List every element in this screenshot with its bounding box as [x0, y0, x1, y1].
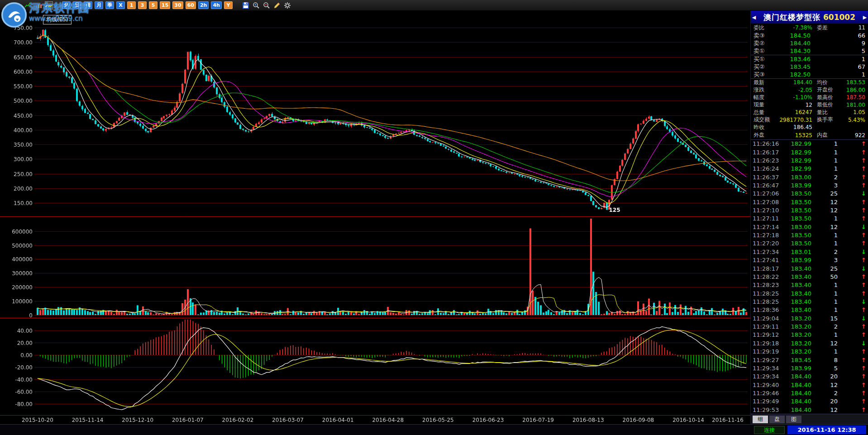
toolbar-tooltip: 均线(E5) [43, 15, 72, 24]
tick-price: 184.40 [783, 390, 811, 397]
bid-row[interactable]: 买③182.501 [751, 71, 868, 78]
line-chart-icon[interactable] [24, 1, 32, 10]
period-button-custom[interactable]: X [116, 1, 125, 9]
ma-lines-icon[interactable] [45, 1, 53, 10]
tick-up-arrow-icon: ↑ [838, 290, 866, 297]
stat-value: 16247 [776, 109, 812, 115]
tick-up-arrow-icon: ↑ [838, 157, 866, 164]
tick-up-arrow-icon: ↑ [838, 390, 866, 397]
period-button-day[interactable]: 日 [73, 1, 81, 9]
tick-time: 11:26:24 [753, 165, 783, 172]
tick-price: 183.50 [783, 240, 811, 247]
edit-icon[interactable] [273, 1, 281, 10]
tick-price: 182.99 [783, 157, 811, 164]
stat-row: 昨收186.45 [751, 124, 868, 131]
period-button-5min[interactable]: 5 [149, 1, 157, 9]
tick-price: 183.40 [783, 282, 811, 288]
tick-volume: 1 [811, 298, 838, 305]
tick-time: 11:28:25 [753, 290, 783, 297]
toolbar-chart-type-icons [14, 1, 53, 10]
period-button-month[interactable]: 月 [95, 1, 103, 9]
tick-row: 11:27:10183.5012↑ [751, 206, 868, 214]
stock-name: 澳门红楼梦型张 [763, 12, 820, 23]
ask-row[interactable]: 卖①184.305 [751, 47, 868, 55]
next-stock-arrow[interactable]: ▶ [862, 14, 868, 20]
tick-volume: 1 [811, 157, 838, 164]
period-button-30min[interactable]: 30 [172, 1, 183, 9]
stat-value: 2981770.31 [776, 117, 812, 123]
tick-row: 11:29:34183.995↑ [751, 364, 868, 372]
tick-volume: 1 [811, 331, 838, 338]
tick-price: 183.40 [783, 298, 811, 305]
toolbar: 分日周月季X1351530602h4hY [0, 0, 868, 11]
ask-price: 184.30 [772, 48, 811, 54]
tick-up-arrow-icon: ↑ [838, 165, 866, 172]
tick-trade-list[interactable]: 11:26:16182.991↑11:26:17182.991↑11:26:23… [751, 140, 868, 414]
tick-time: 11:27:08 [753, 199, 783, 206]
toolbar-tool-icons [242, 1, 291, 10]
tick-volume: 1 [811, 215, 838, 222]
period-button-1min[interactable]: 1 [127, 1, 136, 9]
tick-volume: 1 [811, 149, 838, 156]
candlestick-chart-icon[interactable] [14, 1, 22, 10]
tick-price: 183.20 [783, 340, 811, 347]
period-button-minute[interactable]: 分 [62, 1, 71, 9]
save-icon[interactable] [242, 1, 250, 10]
tick-volume: 12 [811, 340, 838, 347]
period-button-year[interactable]: Y [224, 1, 233, 9]
tick-time: 11:26:47 [753, 182, 783, 189]
period-button-week[interactable]: 周 [84, 1, 92, 9]
prev-stock-arrow[interactable]: ◀ [751, 14, 757, 20]
period-button-2h[interactable]: 2h [198, 1, 209, 9]
bid-price: 183.45 [772, 63, 811, 70]
bid-row[interactable]: 买①183.461 [751, 55, 868, 63]
zoom-out-icon[interactable] [262, 1, 271, 10]
stat-row: 幅度-1.10%最高价187.50 [751, 94, 868, 101]
tick-row: 11:26:23182.991↑ [751, 156, 868, 164]
tab-orderbook[interactable]: 盘 [769, 416, 785, 423]
datetime-display: 2016-11-16 12:38 [787, 425, 866, 434]
settings-gear-icon[interactable] [283, 1, 291, 10]
tab-chart[interactable]: 图 [786, 416, 801, 423]
tick-volume: 3 [811, 257, 838, 263]
tab-detail[interactable]: 细 [753, 416, 768, 423]
tick-price: 184.40 [783, 382, 811, 388]
tick-volume: 1 [811, 165, 838, 172]
tick-volume: 25 [811, 265, 838, 272]
stat-row: 成交额2981770.31换手率5.43% [751, 116, 868, 124]
zoom-in-icon[interactable] [252, 1, 260, 10]
period-button-60min[interactable]: 60 [186, 1, 196, 9]
stat-row: 最新184.40均价183.53 [751, 79, 868, 86]
tick-row: 11:29:53184.4012↑ [751, 406, 868, 414]
bid-row[interactable]: 买②183.4567 [751, 63, 868, 71]
stat-value: 187.50 [839, 94, 865, 100]
ask-label: 卖③ [754, 32, 772, 40]
bid-price: 182.50 [772, 71, 811, 78]
tick-price: 182.99 [783, 149, 811, 156]
connection-status[interactable]: 连接 [754, 426, 785, 434]
stat-value: 186.45 [776, 124, 812, 130]
period-button-season[interactable]: 季 [105, 1, 114, 9]
bar-chart-icon[interactable] [34, 1, 43, 10]
tick-up-arrow-icon: ↑ [838, 357, 866, 363]
tick-price: 183.40 [783, 265, 811, 272]
tick-row: 11:29:49184.4020↑ [751, 397, 868, 406]
tick-time: 11:28:22 [753, 273, 783, 280]
tick-row: 11:27:08183.5012↑ [751, 198, 868, 206]
ask-row[interactable]: 卖②184.409 [751, 39, 868, 47]
stat-value: -2.05 [776, 87, 812, 93]
tick-price: 183.50 [783, 232, 811, 239]
tick-price: 183.40 [783, 273, 811, 280]
period-button-4h[interactable]: 4h [211, 1, 222, 9]
tick-up-arrow-icon: ↑ [838, 323, 866, 330]
stat-label: 开盘价 [812, 86, 839, 94]
tick-time: 11:28:36 [753, 306, 783, 313]
ask-row[interactable]: 卖③184.5066 [751, 32, 868, 39]
period-button-15min[interactable]: 15 [160, 1, 170, 9]
kline-chart-canvas[interactable] [0, 11, 750, 424]
period-button-3min[interactable]: 3 [138, 1, 147, 9]
bid-ratio-label: 委比 [754, 24, 776, 32]
tick-time: 11:29:34 [753, 373, 783, 380]
tick-row: 11:28:17183.4025↓ [751, 264, 868, 272]
tick-price: 183.00 [783, 224, 811, 230]
